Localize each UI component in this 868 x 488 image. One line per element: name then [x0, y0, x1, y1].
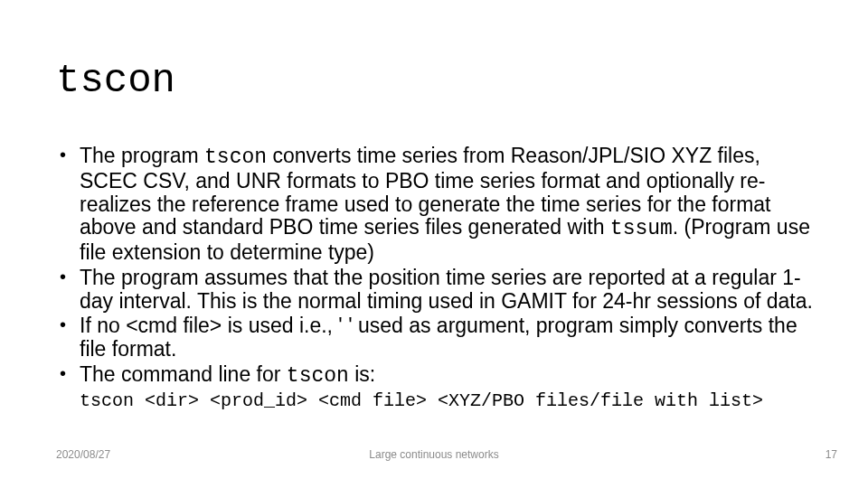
body-text: The program tscon converts time series f…	[54, 145, 819, 390]
text-run: The program assumes that the position ti…	[80, 266, 813, 313]
bullet-item: If no <cmd file> is used i.e., ' ' used …	[54, 314, 819, 361]
bullet-item: The program assumes that the position ti…	[54, 267, 819, 314]
slide: tscon The program tscon converts time se…	[0, 0, 868, 488]
bullet-list: The program tscon converts time series f…	[54, 145, 819, 389]
code-run: tssum	[610, 217, 673, 240]
footer-title: Large continuous networks	[0, 448, 868, 461]
code-run: tscon	[287, 364, 349, 388]
bullet-item: The program tscon converts time series f…	[54, 145, 819, 265]
text-run: The command line for	[80, 362, 287, 386]
code-run: tscon	[204, 145, 267, 169]
text-run: If no <cmd file> is used i.e., ' ' used …	[80, 314, 797, 361]
slide-title: tscon	[56, 58, 175, 103]
footer-page-number: 17	[826, 448, 837, 461]
bullet-item: The command line for tscon is:	[54, 363, 819, 389]
text-run: The program	[80, 144, 204, 167]
text-run: is:	[349, 362, 375, 386]
command-line: tscon <dir> <prod_id> <cmd file> <XYZ/PB…	[80, 390, 763, 411]
